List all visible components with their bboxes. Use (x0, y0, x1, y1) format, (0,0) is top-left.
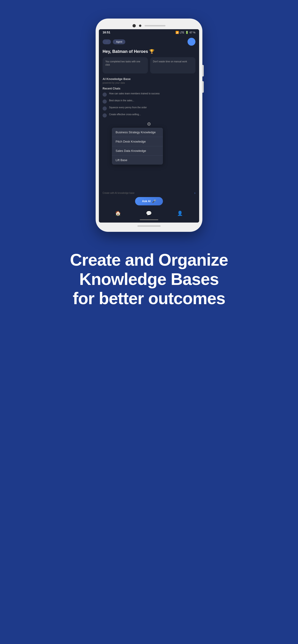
knowledge-label: AI Knowledge Base (103, 77, 195, 81)
card-2-text: Don't waste time on manual work (153, 60, 193, 63)
battery-text: 67 % (190, 31, 195, 34)
phone-bottom-bar (137, 222, 161, 228)
chat-icon-1 (103, 92, 107, 97)
bottom-nav: 🏠 💬 👤 (103, 209, 195, 218)
nav-pill-2[interactable]: Agent (113, 40, 125, 44)
dropdown-item-4[interactable]: Lift Base (112, 156, 163, 164)
recent-chats-label: Recent Chats (103, 87, 195, 90)
chat-list: How can sales team members trained to su… (103, 92, 195, 118)
chat-icon-2 (103, 100, 107, 104)
headline-text: Create and Organize Knowledge Bases for … (70, 250, 228, 308)
chat-icon-3 (103, 106, 107, 110)
wifi-icon: 📶 (175, 31, 179, 34)
greeting-text: Hey, Batman of Heroes 🏆 (103, 49, 195, 54)
dropdown-item-1[interactable]: Business Strategy Knowledge (112, 128, 163, 137)
chat-item-4[interactable]: Create effective cross-selling... (103, 113, 195, 118)
camera-dot-right (139, 24, 141, 27)
chat-item-1[interactable]: How can sales team members trained to su… (103, 92, 195, 97)
gear-area: ⚙ Business Strategy Knowledge Pitch Desk… (103, 121, 195, 127)
mic-icon: 🎤 (152, 199, 156, 203)
chat-item-3[interactable]: Squeeze every penny from the order (103, 106, 195, 110)
app-content: ··· Agent Hey, Batman of Heroes 🏆 You co… (99, 36, 199, 131)
headline-line2: Knowledge Bases (79, 270, 219, 288)
avatar[interactable] (187, 38, 195, 46)
phone-screen: 16:51 📶 LTE 🔋 67 % ··· Agent (99, 29, 199, 222)
status-bar: 16:51 📶 LTE 🔋 67 % (99, 29, 199, 36)
card-1-text: You completed two tasks with one click (105, 60, 145, 66)
headline-section: Create and Organize Knowledge Bases for … (56, 250, 242, 644)
bottom-arrow-icon: › (194, 191, 195, 195)
top-nav[interactable]: ··· Agent (103, 38, 195, 46)
phone-speaker (145, 25, 165, 26)
phone-bottom-speaker (137, 225, 161, 227)
side-button-top (202, 65, 204, 76)
side-button-bottom (202, 81, 204, 93)
phone-outer: 16:51 📶 LTE 🔋 67 % ··· Agent (96, 18, 202, 232)
headline-line1: Create and Organize (70, 250, 228, 269)
status-icons: 📶 LTE 🔋 67 % (175, 31, 195, 34)
ask-ai-button[interactable]: Ask AI 🎤 (135, 197, 163, 206)
knowledge-sublabel: powered by your data (103, 82, 195, 84)
dropdown-item-2[interactable]: Pitch Desk Knowledge (112, 137, 163, 146)
phone-wrapper: 16:51 📶 LTE 🔋 67 % ··· Agent (96, 18, 202, 232)
chat-text-3: Squeeze every penny from the order (109, 106, 147, 109)
gear-icon[interactable]: ⚙ (147, 121, 151, 127)
profile-nav-icon[interactable]: 👤 (177, 210, 183, 216)
battery-icon: 🔋 (185, 31, 189, 34)
ask-ai-label: Ask AI (142, 200, 151, 203)
chat-text-2: Best steps in the sales... (109, 99, 134, 102)
chat-icon-4 (103, 113, 107, 118)
phone-top-hardware (99, 22, 199, 29)
home-nav-icon[interactable]: 🏠 (115, 210, 121, 216)
chat-text-4: Create effective cross-selling... (109, 113, 141, 116)
card-2: Don't waste time on manual work (150, 57, 195, 74)
status-time: 16:51 (103, 30, 110, 34)
bottom-row: Create with AI knowledge base › (103, 191, 195, 195)
card-1: You completed two tasks with one click (103, 57, 148, 74)
bottom-area: Create with AI knowledge base › Ask AI 🎤… (99, 189, 199, 222)
nav-pills: ··· Agent (103, 40, 125, 44)
page-wrapper: 16:51 📶 LTE 🔋 67 % ··· Agent (0, 0, 298, 644)
cards-row: You completed two tasks with one click D… (103, 57, 195, 74)
chat-nav-icon[interactable]: 💬 (146, 210, 152, 216)
headline-line3: for better outcomes (73, 289, 225, 308)
dropdown-menu: Business Strategy Knowledge Pitch Desk K… (112, 128, 163, 164)
chat-item-2[interactable]: Best steps in the sales... (103, 99, 195, 104)
bottom-row-text: Create with AI knowledge base (103, 192, 134, 194)
chat-text-1: How can sales team members trained to su… (109, 92, 160, 95)
signal-text: LTE (180, 31, 184, 34)
home-indicator (140, 219, 158, 220)
camera-dot-left (133, 24, 136, 27)
nav-pill-1[interactable]: ··· (103, 40, 111, 44)
dropdown-item-3[interactable]: Sales Data Knowledge (112, 146, 163, 156)
